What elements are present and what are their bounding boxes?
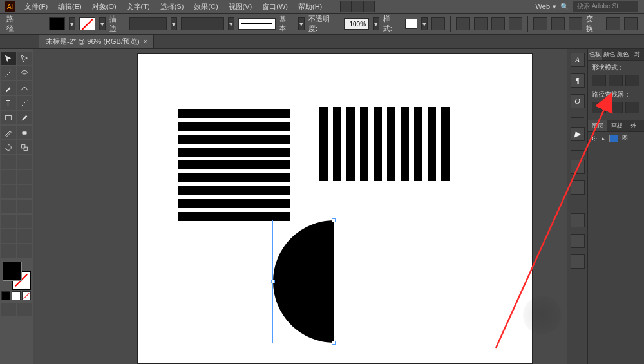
pathfinder-minus-front[interactable] (609, 75, 623, 86)
search-input[interactable]: 搜索 Adobe St (573, 1, 638, 12)
curvature-tool[interactable] (17, 81, 32, 95)
direct-selection-tool[interactable] (17, 52, 32, 65)
vwidth-field[interactable] (181, 17, 225, 30)
draw-mode-tool[interactable] (17, 303, 32, 316)
graphic-style-swatch[interactable] (405, 19, 417, 29)
arrange-icon[interactable] (363, 1, 375, 12)
scale-tool[interactable] (17, 140, 32, 154)
actions-panel-icon[interactable]: ▶ (571, 127, 585, 141)
menu-type[interactable]: 文字(T) (122, 1, 155, 13)
blend-tool[interactable] (17, 200, 32, 213)
expand-icon[interactable]: ▸ (602, 135, 605, 142)
brush-dd[interactable]: ▾ (298, 17, 305, 30)
none-mode[interactable] (22, 291, 31, 300)
style-dd[interactable]: ▾ (421, 17, 428, 30)
gradient-tool[interactable] (17, 185, 32, 198)
pencil-tool[interactable] (1, 126, 16, 139)
vwidth-dd[interactable]: ▾ (228, 17, 234, 30)
tab-more2[interactable]: 外 (627, 120, 640, 131)
width-tool[interactable] (1, 155, 16, 169)
hand-tool[interactable] (1, 244, 16, 258)
recolor-icon[interactable] (431, 17, 445, 30)
tab-more[interactable]: 对 (630, 49, 644, 60)
pathfinder-trim[interactable] (609, 102, 623, 113)
align-icon-7[interactable] (569, 17, 582, 30)
gradient-mode[interactable] (12, 291, 21, 300)
paragraph-panel-icon[interactable]: ¶ (571, 73, 585, 88)
fill-swatch[interactable] (49, 17, 65, 30)
lasso-tool[interactable] (17, 66, 32, 80)
symbols-panel-icon[interactable] (571, 254, 585, 269)
menu-select[interactable]: 选择(S) (155, 1, 189, 13)
align-icon-1[interactable] (456, 17, 469, 30)
transform-panel-icon[interactable] (571, 160, 585, 174)
stroke-weight-dd[interactable]: ▾ (171, 17, 177, 30)
rotate-tool[interactable] (1, 140, 16, 154)
graphic-styles-panel-icon[interactable] (571, 234, 585, 248)
fill-dropdown[interactable]: ▾ (69, 17, 75, 30)
menu-edit[interactable]: 编辑(E) (53, 1, 87, 13)
pathfinder-intersect[interactable] (625, 75, 639, 86)
opacity-dd[interactable]: ▾ (373, 17, 379, 30)
stock-icon[interactable] (352, 1, 363, 12)
canvas-area[interactable] (33, 49, 567, 364)
align-icon-4[interactable] (509, 17, 522, 30)
screen-mode-tool[interactable] (1, 303, 16, 316)
character-panel-icon[interactable]: A (571, 53, 585, 67)
workspace-switcher[interactable]: Web ▾ (536, 3, 556, 11)
zoom-tool[interactable] (17, 244, 32, 258)
align-panel-icon[interactable] (571, 180, 585, 195)
selection-tool[interactable] (1, 52, 16, 65)
tab-colorguide[interactable]: 颜色 (616, 49, 630, 60)
align-icon-2[interactable] (474, 17, 488, 30)
menu-file[interactable]: 文件(F) (19, 1, 53, 13)
paintbrush-tool[interactable] (17, 111, 32, 124)
fill-box[interactable] (3, 262, 22, 281)
menu-effect[interactable]: 效果(C) (189, 1, 223, 13)
mesh-tool[interactable] (1, 185, 16, 198)
magic-wand-tool[interactable] (1, 66, 16, 80)
align-icon-5[interactable] (533, 17, 547, 30)
opacity-value[interactable]: 100% (344, 18, 369, 30)
free-transform-tool[interactable] (17, 155, 32, 169)
perspective-tool[interactable] (17, 170, 32, 184)
transform-icon-2[interactable] (624, 17, 638, 30)
opentype-panel-icon[interactable]: O (571, 94, 585, 108)
document-tab[interactable]: 未标题-2* @ 96% (RGB/预览) × (39, 34, 154, 48)
fill-stroke-indicator[interactable] (3, 262, 31, 290)
stroke-swatch[interactable] (79, 17, 95, 30)
align-icon-6[interactable] (551, 17, 565, 30)
pathfinder-divide[interactable] (592, 102, 606, 113)
graph-tool[interactable] (17, 215, 32, 228)
pathfinder-merge[interactable] (625, 102, 639, 113)
tab-artboards[interactable]: 画板 (607, 120, 627, 131)
pen-tool[interactable] (1, 81, 16, 95)
visibility-icon[interactable] (591, 135, 598, 142)
artboard-tool[interactable] (1, 229, 16, 243)
half-circle-shape[interactable] (273, 220, 334, 343)
stroke-weight-field[interactable] (129, 17, 167, 30)
layer-row[interactable]: ▸ 图 (588, 132, 644, 144)
tab-swatches[interactable]: 色板 (588, 49, 602, 60)
eyedropper-tool[interactable] (1, 200, 16, 213)
transform-icon-1[interactable] (606, 17, 620, 30)
stroke-dropdown[interactable]: ▾ (99, 17, 106, 30)
bridge-icon[interactable] (340, 1, 352, 12)
rectangle-tool[interactable] (1, 111, 16, 124)
align-icon-3[interactable] (491, 17, 505, 30)
solid-color-mode[interactable] (1, 291, 10, 300)
menu-help[interactable]: 帮助(H) (293, 1, 327, 13)
artboard[interactable] (138, 54, 532, 363)
menu-view[interactable]: 视图(V) (223, 1, 258, 13)
menu-object[interactable]: 对象(O) (87, 1, 122, 13)
slice-tool[interactable] (17, 229, 32, 243)
brush-preview[interactable] (238, 18, 276, 30)
symbol-sprayer-tool[interactable] (1, 215, 16, 228)
type-tool[interactable]: T (1, 96, 16, 110)
eraser-tool[interactable] (17, 126, 32, 139)
appearance-panel-icon[interactable] (571, 213, 585, 227)
pathfinder-unite[interactable] (592, 75, 606, 86)
tab-color[interactable]: 颜色 (602, 49, 616, 60)
close-icon[interactable]: × (144, 38, 147, 45)
menu-window[interactable]: 窗口(W) (257, 1, 293, 13)
